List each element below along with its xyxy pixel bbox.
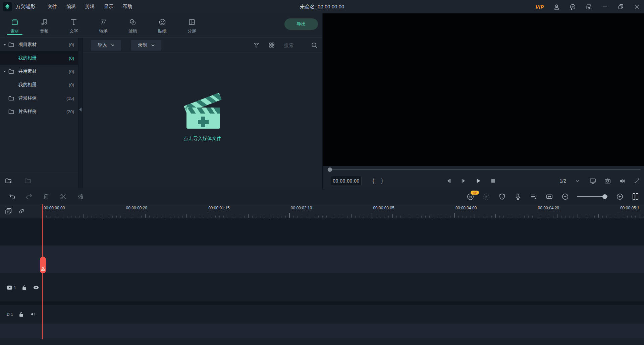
tab-splitscreen[interactable]: 分屏 (177, 13, 207, 37)
media-content: 导入 录制 (83, 38, 322, 189)
record-voiceover-icon[interactable] (514, 193, 522, 201)
mute-track-icon[interactable] (30, 311, 37, 318)
panel-layout-icon[interactable] (632, 193, 639, 201)
timeline-upper-strip[interactable] (0, 246, 644, 273)
store-icon[interactable] (585, 3, 592, 10)
remove-folder-icon[interactable] (24, 177, 32, 185)
tab-media[interactable]: 素材 (0, 13, 30, 37)
add-folder-icon[interactable] (5, 177, 12, 185)
vip-badge: VIP (471, 191, 479, 195)
preview-zoom-select[interactable]: 1/2 (560, 178, 579, 184)
seek-track[interactable] (327, 169, 641, 170)
sidebar-item-background-samples[interactable]: 背景样例 (15) (0, 91, 78, 105)
ruler-label: 00:00:03:05 (373, 206, 394, 210)
video-track-icon (6, 284, 13, 291)
play-button[interactable] (475, 177, 482, 185)
fit-timeline-icon[interactable] (545, 193, 553, 201)
close-button[interactable] (633, 3, 641, 10)
restore-button[interactable] (617, 3, 625, 10)
undo-button[interactable] (8, 193, 16, 201)
sidebar-item-project-assets[interactable]: 项目素材 (0) (0, 38, 78, 51)
shield-protect-icon[interactable] (498, 193, 506, 201)
tab-transition[interactable]: 转场 (89, 13, 118, 37)
sidebar-item-shared-assets[interactable]: 共用素材 (0) (0, 65, 78, 78)
edit-toolbar: VIP (0, 189, 644, 204)
split-button[interactable] (59, 193, 67, 201)
lock-track-icon[interactable] (18, 311, 25, 318)
timeline-zoom-slider[interactable] (577, 194, 608, 199)
playhead-handle[interactable] (40, 257, 46, 273)
ruler-label: 00:00:05:1 (620, 206, 639, 210)
minimize-button[interactable] (601, 3, 608, 10)
previous-frame-button[interactable] (445, 177, 452, 185)
ruler-label: 00:00:02:10 (291, 206, 312, 210)
mark-in-button[interactable]: { (369, 178, 378, 184)
zoom-in-button[interactable] (616, 193, 624, 201)
snapshot-icon[interactable] (604, 177, 611, 185)
audio-sync-icon[interactable]: VIP (467, 193, 474, 201)
volume-icon[interactable] (619, 177, 626, 185)
link-clips-icon[interactable] (18, 207, 25, 215)
fullscreen-icon[interactable] (633, 177, 641, 185)
vip-button[interactable]: VIP (535, 4, 544, 10)
audio-track-header: ♫ 1 (0, 308, 42, 320)
timeline-ruler[interactable]: 00:00:00:0000:00:00:2000:00:01:1500:00:0… (0, 204, 644, 218)
panel-divider[interactable] (78, 38, 83, 189)
app-logo-icon (3, 2, 12, 11)
add-to-timeline-icon[interactable] (5, 207, 12, 215)
asset-panel: 素材 音频 文字 转场 滤镜 贴纸 (0, 13, 322, 189)
ruler-label: 00:00:01:15 (208, 206, 229, 210)
zoom-slider-handle[interactable] (602, 194, 607, 199)
audio-track-lane[interactable] (0, 305, 644, 324)
ruler-label: 00:00:00:00 (44, 206, 65, 210)
stop-button[interactable] (489, 177, 497, 185)
video-viewport (323, 13, 644, 166)
audio-mixer-icon[interactable] (530, 193, 537, 201)
lock-track-icon[interactable] (21, 284, 28, 291)
timeline-scrollbar-strip[interactable] (0, 339, 644, 345)
collapse-sidebar-icon[interactable] (79, 108, 82, 112)
video-track-lane[interactable] (0, 273, 644, 301)
delete-button[interactable] (42, 193, 50, 201)
redo-button[interactable] (25, 193, 33, 201)
menu-item-1[interactable]: 编辑 (62, 4, 80, 10)
toggle-visibility-icon[interactable] (33, 284, 40, 291)
folder-icon (8, 68, 14, 75)
ruler-label: 00:00:00:20 (126, 206, 147, 210)
chevron-down-icon (151, 44, 155, 46)
preview-panel: 00:00:00:00 { } 1/2 (322, 13, 644, 189)
mark-out-button[interactable]: } (378, 178, 386, 184)
menu-item-4[interactable]: 帮助 (118, 4, 137, 10)
ruler-label: 00:00:04:00 (455, 206, 477, 210)
zoom-out-button[interactable] (561, 193, 569, 201)
sidebar-item-intro-samples[interactable]: 片头样例 (20) (0, 105, 78, 118)
timeline-lower-strip[interactable] (0, 324, 644, 339)
menu-item-3[interactable]: 显示 (99, 4, 118, 10)
feedback-icon[interactable] (569, 3, 576, 10)
seek-handle[interactable] (328, 167, 332, 172)
media-library-sidebar: 项目素材 (0) 我的相册 (0) 共用素材 (0) 我的相册 (0) (0, 38, 78, 189)
timeline-empty-area[interactable] (0, 218, 644, 246)
menu-item-2[interactable]: 剪辑 (80, 4, 99, 10)
asset-tabbar: 素材 音频 文字 转场 滤镜 贴纸 (0, 13, 322, 38)
tab-filter[interactable]: 滤镜 (118, 13, 148, 37)
video-track-header: 1 (0, 281, 42, 293)
display-device-icon[interactable] (589, 177, 596, 185)
sidebar-item-my-album[interactable]: 我的相册 (0) (0, 51, 78, 65)
sidebar-footer (0, 172, 78, 189)
import-media-dropzone[interactable]: 点击导入媒体文件 (83, 47, 322, 183)
seek-bar[interactable] (323, 166, 644, 173)
tab-text[interactable]: 文字 (59, 13, 89, 37)
caret-down-icon[interactable] (3, 43, 7, 47)
current-timecode[interactable]: 00:00:00:00 (331, 176, 362, 186)
caret-down-icon[interactable] (3, 69, 7, 73)
adjust-properties-button[interactable] (76, 193, 84, 201)
next-frame-button[interactable] (460, 177, 467, 185)
menu-item-0[interactable]: 文件 (43, 4, 62, 10)
tab-sticker[interactable]: 贴纸 (148, 13, 177, 37)
account-icon[interactable] (553, 3, 560, 10)
tab-audio[interactable]: 音频 (30, 13, 59, 37)
render-preview-icon[interactable] (482, 193, 490, 201)
sidebar-item-my-album-shared[interactable]: 我的相册 (0) (0, 78, 78, 91)
export-button[interactable]: 导出 (284, 18, 318, 30)
